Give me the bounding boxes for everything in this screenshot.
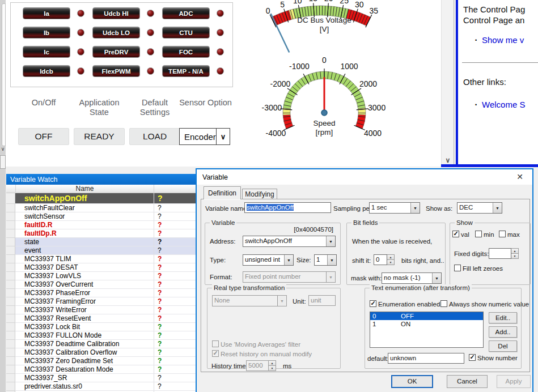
- combo-arrow-icon[interactable]: ▼: [284, 255, 293, 265]
- name-column-header[interactable]: Name: [15, 185, 154, 193]
- tab-modifying[interactable]: Modifying: [242, 189, 277, 199]
- application-state-button[interactable]: READY: [74, 128, 125, 145]
- default-settings-button[interactable]: LOAD: [129, 128, 180, 145]
- fill-left-zeroes-checkbox[interactable]: [454, 265, 461, 271]
- close-icon[interactable]: ✕: [514, 172, 526, 181]
- variable-name-cell[interactable]: MC33937 FULLON Mode: [15, 331, 154, 340]
- shift-value[interactable]: 0: [374, 254, 387, 265]
- variable-name-cell[interactable]: MC33937 Desaturation Mode: [15, 365, 154, 374]
- row-selector[interactable]: [6, 374, 15, 382]
- variable-name-cell[interactable]: switchSensor: [15, 212, 154, 221]
- welcome-link[interactable]: Welcome S: [482, 100, 525, 109]
- add-button[interactable]: Add..: [489, 326, 517, 338]
- variable-name-cell[interactable]: MC33937 Zero Deadtime Set: [15, 357, 154, 365]
- scroll-down-icon[interactable]: ∨: [0, 146, 6, 152]
- variable-name-cell[interactable]: MC33937 Calibration Overflow: [15, 348, 154, 357]
- row-selector[interactable]: [6, 193, 15, 204]
- row-selector[interactable]: [6, 323, 15, 331]
- row-selector[interactable]: [6, 340, 15, 348]
- spin-down-icon[interactable]: ▼: [387, 260, 395, 265]
- variable-name-cell[interactable]: state: [15, 238, 154, 246]
- variable-name-cell[interactable]: MC33937_SR: [15, 374, 154, 382]
- row-selector[interactable]: [6, 331, 15, 340]
- variable-name-cell[interactable]: switchFaultClear: [15, 204, 154, 212]
- fault-button[interactable]: CTU: [162, 27, 210, 39]
- show-me-link[interactable]: Show me v: [482, 35, 524, 45]
- combo-arrow-icon[interactable]: ▼: [432, 273, 441, 283]
- row-selector[interactable]: [6, 238, 15, 246]
- row-selector[interactable]: [6, 382, 15, 391]
- variable-name-cell[interactable]: MC33937 OverCurrent: [15, 280, 154, 289]
- row-selector[interactable]: [6, 221, 15, 229]
- address-select[interactable]: switchAppOnOff ▼: [243, 236, 336, 247]
- edit-button[interactable]: Edit..: [489, 312, 517, 323]
- combo-arrow-icon[interactable]: ▼: [326, 236, 335, 246]
- variable-name-cell[interactable]: MC33937 Lock Bit: [15, 323, 154, 331]
- ok-button[interactable]: OK: [391, 375, 433, 388]
- enum-item[interactable]: 1ON: [370, 320, 483, 328]
- variable-name-cell[interactable]: event: [15, 246, 154, 255]
- default-input[interactable]: unknown: [388, 353, 464, 364]
- variable-name-cell[interactable]: MC33937 WriteError: [15, 306, 154, 314]
- variable-name-cell[interactable]: MC33937 DESAT: [15, 263, 154, 272]
- shift-spinner[interactable]: 0 ▲▼: [374, 254, 395, 265]
- row-selector[interactable]: [6, 306, 15, 314]
- min-checkbox[interactable]: [475, 231, 482, 237]
- sampling-period-select[interactable]: 1 sec ▼: [369, 202, 420, 214]
- sensor-option-select[interactable]: Encoder ∨: [179, 128, 230, 145]
- val-checkbox[interactable]: ✓: [452, 231, 459, 237]
- on-off-button[interactable]: OFF: [18, 128, 69, 145]
- row-selector[interactable]: [6, 229, 15, 238]
- spin-up-icon[interactable]: ▲: [511, 248, 519, 254]
- row-selector[interactable]: [6, 297, 15, 306]
- fault-button[interactable]: Udcb HI: [92, 7, 140, 19]
- chevron-down-icon[interactable]: ∨: [216, 129, 230, 144]
- fault-button[interactable]: Idcb: [23, 65, 70, 77]
- variable-name-cell[interactable]: MC33937 Deadtime Calibration: [15, 340, 154, 348]
- variable-name-cell[interactable]: MC33937 PhaseError: [15, 289, 154, 297]
- row-selector[interactable]: [6, 212, 15, 221]
- variable-name-cell[interactable]: faultIDp.R: [15, 229, 154, 238]
- row-selector[interactable]: [6, 348, 15, 357]
- fixed-digits-value[interactable]: [489, 248, 511, 259]
- show-as-select[interactable]: DEC ▼: [457, 202, 502, 214]
- cancel-button[interactable]: Cancel: [447, 375, 488, 388]
- row-selector[interactable]: [6, 280, 15, 289]
- fault-button[interactable]: Ib: [23, 27, 70, 39]
- variable-name-cell[interactable]: MC33937 LowVLS: [15, 272, 154, 280]
- combo-arrow-icon[interactable]: ▼: [493, 203, 502, 213]
- row-selector[interactable]: [6, 365, 15, 374]
- row-selector[interactable]: [6, 314, 15, 323]
- fault-button[interactable]: ADC: [162, 7, 210, 19]
- fixed-digits-spinner[interactable]: ▲▼: [489, 248, 519, 259]
- fault-button[interactable]: TEMP - N/A: [162, 65, 210, 77]
- row-selector[interactable]: [6, 255, 15, 263]
- row-selector[interactable]: [6, 357, 15, 365]
- size-select[interactable]: 1 ▼: [314, 254, 337, 266]
- spin-down-icon[interactable]: ▼: [511, 254, 519, 259]
- combo-arrow-icon[interactable]: ▼: [327, 255, 336, 265]
- enumeration-enabled-checkbox[interactable]: ✓: [370, 300, 376, 307]
- fault-button[interactable]: FlexPWM: [92, 65, 140, 77]
- variable-name-cell[interactable]: switchAppOnOff: [15, 193, 154, 204]
- row-selector[interactable]: [6, 289, 15, 297]
- vertical-scrollbar[interactable]: ∨: [441, 0, 454, 167]
- del-button[interactable]: Del: [489, 340, 517, 352]
- fault-button[interactable]: FOC: [162, 46, 210, 58]
- row-selector[interactable]: [6, 272, 15, 280]
- max-checkbox[interactable]: [499, 231, 506, 237]
- variable-name-cell[interactable]: MC33937 TLIM: [15, 255, 154, 263]
- row-selector[interactable]: [6, 204, 15, 212]
- left-scrollbar-thumb[interactable]: [2, 3, 6, 146]
- type-select[interactable]: unsigned int ▼: [243, 254, 294, 266]
- spin-up-icon[interactable]: ▲: [387, 254, 395, 260]
- variable-name-input[interactable]: switchAppOnOff: [244, 202, 331, 213]
- enum-item[interactable]: 0OFF: [370, 312, 483, 320]
- variable-name-cell[interactable]: predriver.status.sr0: [15, 382, 154, 391]
- combo-arrow-icon[interactable]: ▼: [410, 203, 420, 213]
- dialog-titlebar[interactable]: Variable ✕: [197, 169, 532, 185]
- tab-definition[interactable]: Definition: [204, 186, 241, 199]
- fault-button[interactable]: Udcb LO: [92, 27, 140, 39]
- fault-button[interactable]: PreDRV: [92, 46, 140, 58]
- variable-name-cell[interactable]: MC33937 FramingError: [15, 297, 154, 306]
